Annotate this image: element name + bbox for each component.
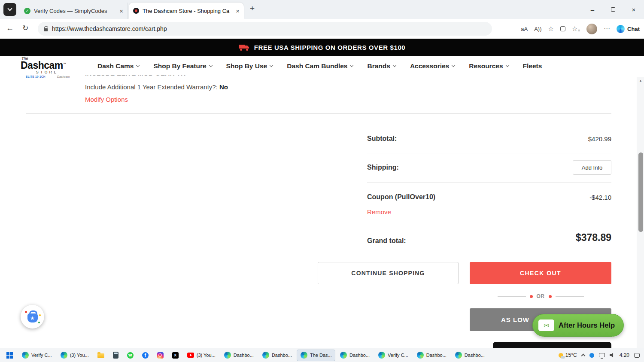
network-icon[interactable] (599, 353, 605, 357)
taskbar-item-file-explorer[interactable] (94, 350, 108, 361)
scroll-up-icon[interactable]: ▲ (637, 77, 644, 84)
tab-verify-codes[interactable]: ✓ Verify Codes — SimplyCodes × (20, 3, 128, 19)
nav-item-resources[interactable]: Resources (469, 62, 508, 70)
chat-button[interactable]: Chat (617, 25, 640, 33)
taskbar-item-dashboard-2[interactable]: Dashbo... (258, 350, 296, 361)
taskbar-item-label: Dashbo... (465, 353, 485, 358)
taskbar-item-label: The Das... (310, 353, 331, 358)
favorites-collections-icon[interactable]: ☆≡ (572, 25, 580, 33)
volume-icon[interactable] (610, 353, 615, 358)
taskbar-item-dashboard-3[interactable]: Dashbo... (336, 350, 374, 361)
lines-icon: ≡ (578, 29, 580, 33)
add-favorite-icon[interactable]: ☆ (548, 25, 554, 33)
remove-coupon-link[interactable]: Remove (367, 208, 391, 216)
nav-item-label: Accessories (410, 62, 449, 70)
nav-item-label: Shop By Feature (153, 62, 206, 70)
minimize-button[interactable]: – (582, 0, 603, 19)
reload-icon[interactable]: ↻ (22, 24, 28, 33)
facebook-icon: f (142, 352, 149, 359)
url-text[interactable]: https://www.thedashcamstore.com/cart.php (52, 25, 167, 32)
browser-address-bar: ← ↻ https://www.thedashcamstore.com/cart… (0, 19, 644, 39)
taskbar-item-calculator[interactable] (109, 350, 122, 361)
scrollbar[interactable]: ▲ ▼ (637, 77, 644, 348)
profile-avatar[interactable] (586, 24, 597, 34)
logo-sub: STORE (36, 70, 66, 74)
coupon-value: -$42.10 (589, 194, 611, 201)
calculator-icon (113, 352, 118, 359)
chat-button-label: Chat (627, 26, 640, 32)
tab-dashcam-store[interactable]: The Dashcam Store - Shopping Ca × (129, 3, 244, 19)
nav-menu: Dash Cams Shop By Feature Shop By Use Da… (97, 56, 542, 76)
screen: ✓ Verify Codes — SimplyCodes × The Dashc… (0, 0, 644, 362)
close-icon[interactable]: × (236, 7, 240, 15)
tray-expand-icon[interactable] (581, 354, 585, 358)
dot-icon (530, 295, 533, 298)
taskbar-item-dashboard-1[interactable]: Dashbo... (220, 350, 258, 361)
taskbar-item-verify-codes[interactable]: Verify C... (18, 350, 56, 361)
modify-options-link[interactable]: Modify Options (85, 96, 128, 103)
confetti-dot (25, 311, 27, 313)
edge-icon (262, 352, 269, 359)
taskbar-item-verify-codes-2[interactable]: Verify C... (374, 350, 412, 361)
start-button[interactable] (2, 349, 17, 362)
taskbar-item-instagram[interactable] (153, 350, 167, 361)
cart-warranty-line: Include Additional 1 Year Extended Warra… (85, 83, 228, 91)
url-field[interactable]: https://www.thedashcamstore.com/cart.php (38, 22, 492, 36)
shopping-extension-button[interactable]: ★ (21, 305, 44, 329)
edge-icon (224, 352, 231, 359)
bing-chat-icon (617, 25, 625, 33)
taskbar-item-dashboard-4[interactable]: Dashbo... (413, 350, 450, 361)
site-lock-icon[interactable] (44, 28, 48, 31)
nav-item-brands[interactable]: Brands (367, 62, 395, 70)
nav-item-dash-cam-bundles[interactable]: Dash Cam Bundles (287, 62, 353, 70)
taskbar-item-youtube-tab[interactable]: (3) You... (57, 350, 93, 361)
back-icon[interactable]: ← (6, 24, 14, 33)
close-icon[interactable]: × (119, 7, 123, 15)
more-options-icon[interactable]: ⋯ (604, 25, 610, 33)
nav-item-shop-by-feature[interactable]: Shop By Feature (153, 62, 212, 70)
taskbar-item-label: Dashbo... (426, 353, 447, 358)
nav-item-dash-cams[interactable]: Dash Cams (97, 62, 139, 70)
taskbar-item-label: (3) You... (197, 353, 216, 358)
temperature-text: 15°C (565, 352, 577, 358)
notification-center-icon[interactable] (634, 353, 640, 358)
truck-icon (239, 44, 250, 51)
nav-item-label: Dash Cams (97, 62, 134, 70)
dashcam-store-favicon (133, 8, 139, 14)
grand-total-value: $378.89 (576, 232, 611, 243)
text-size-icon[interactable]: aA (521, 26, 528, 32)
after-hours-help-widget[interactable]: ✉ After Hours Help (532, 314, 624, 337)
close-window-button[interactable]: × (623, 0, 644, 19)
taskbar-item-dashboard-5[interactable]: Dashbo... (451, 350, 489, 361)
taskbar-item-dashcam-store-active[interactable]: The Das... (297, 350, 335, 361)
taskbar-item-label: Verify C... (388, 353, 408, 358)
taskbar-item-whatsapp[interactable]: ☎ (123, 350, 137, 361)
nav-item-fleets[interactable]: Fleets (523, 62, 542, 70)
maximize-button[interactable] (603, 0, 623, 19)
new-tab-button[interactable]: + (250, 4, 255, 13)
add-shipping-info-button[interactable]: Add Info (573, 160, 611, 175)
taskbar-item-youtube[interactable]: (3) You... (183, 350, 219, 361)
warranty-value: No (219, 83, 228, 91)
extensions-icon[interactable] (560, 26, 565, 31)
taskbar-item-x[interactable]: X (168, 350, 182, 361)
chevron-down-icon (393, 63, 396, 67)
windows-taskbar: Verify C... (3) You... ☎ f X (3) You... … (0, 348, 644, 362)
taskbar-item-facebook[interactable]: f (138, 350, 152, 361)
tray-app-icon[interactable] (589, 353, 594, 358)
scrollbar-thumb[interactable] (638, 152, 643, 232)
partial-pay-button[interactable] (493, 342, 611, 348)
clock[interactable]: 4:20 (620, 352, 629, 358)
warranty-label: Include Additional 1 Year Extended Warra… (85, 83, 218, 91)
nav-item-accessories[interactable]: Accessories (410, 62, 455, 70)
tab-title: The Dashcam Store - Shopping Ca (143, 8, 232, 14)
tab-search-button[interactable] (3, 3, 16, 16)
browser-tab-strip: ✓ Verify Codes — SimplyCodes × The Dashc… (0, 0, 644, 19)
site-logo[interactable]: The Dashcam™ STORE (21, 57, 66, 74)
continue-shopping-button[interactable]: CONTINUE SHOPPING (318, 262, 459, 284)
weather-widget[interactable]: 15°C (559, 352, 577, 358)
nav-item-shop-by-use[interactable]: Shop By Use (226, 62, 273, 70)
read-aloud-icon[interactable]: A)) (534, 26, 541, 32)
checkout-button[interactable]: CHECK OUT (470, 262, 611, 284)
chevron-down-icon (270, 63, 273, 67)
